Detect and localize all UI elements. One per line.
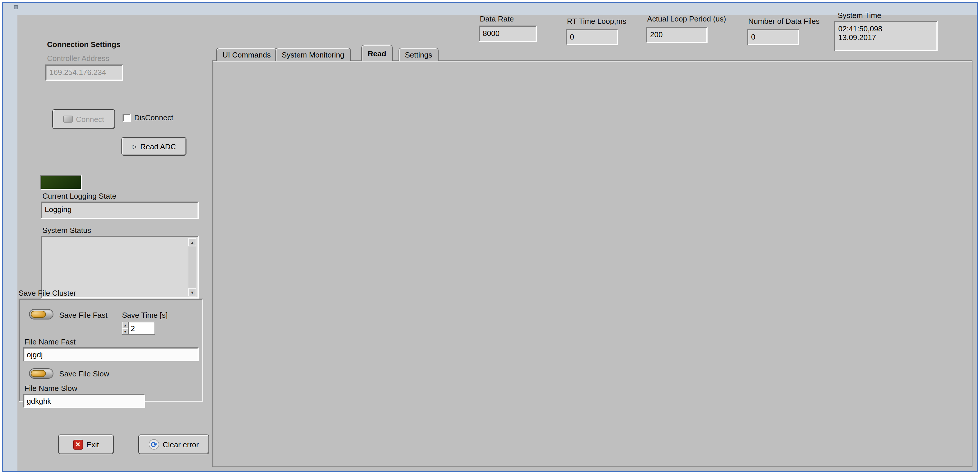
exit-icon: ✕ (73, 439, 83, 449)
save-time-input[interactable] (128, 322, 155, 335)
amber-knob (31, 311, 46, 318)
read-adc-button[interactable]: ▷ Read ADC (121, 137, 186, 156)
labview-front-panel: Connection Settings Controller Address 1… (0, 0, 980, 474)
system-time-field: 02:41:50,098 13.09.2017 (834, 21, 938, 51)
controller-address-label: Controller Address (47, 55, 109, 63)
tab-settings[interactable]: Settings (399, 48, 439, 61)
data-rate-label: Data Rate (480, 15, 514, 24)
exit-button-label: Exit (86, 440, 99, 449)
connect-icon (63, 116, 73, 122)
clear-error-button-label: Clear error (163, 440, 199, 449)
scroll-up-icon[interactable]: ▲ (188, 238, 196, 246)
save-file-cluster: Save File Fast Save Time [s] ▲▼ File Nam… (19, 299, 203, 402)
rt-time-loop-field: 0 (566, 29, 618, 45)
save-time-label: Save Time [s] (122, 311, 168, 320)
tab-ui-commands[interactable]: UI Commands (216, 48, 277, 61)
disconnect-checkbox[interactable] (123, 114, 131, 122)
actual-loop-period-value: 200 (650, 30, 663, 39)
save-file-slow-label: Save File Slow (59, 370, 109, 379)
scroll-down-icon[interactable]: ▼ (188, 288, 196, 296)
save-time-spinner[interactable]: ▲▼ (122, 322, 128, 335)
clear-error-button[interactable]: ⟳ Clear error (138, 434, 209, 454)
file-name-slow-input[interactable] (23, 394, 145, 408)
save-file-slow-toggle[interactable] (29, 368, 53, 379)
data-rate-field: 8000 (479, 25, 537, 42)
file-name-slow-label: File Name Slow (24, 385, 77, 393)
rt-time-loop-value: 0 (570, 33, 574, 41)
controller-address-field: 169.254.176.234 (45, 64, 123, 81)
disconnect-label: DisConnect (134, 114, 173, 122)
tab-read[interactable]: Read (361, 45, 393, 61)
file-name-fast-input[interactable] (23, 347, 199, 361)
save-file-cluster-title: Save File Cluster (19, 289, 76, 298)
connect-button-label: Connect (76, 115, 104, 123)
exit-button[interactable]: ✕ Exit (58, 434, 114, 454)
connection-status-led (40, 175, 82, 190)
spin-down-icon[interactable]: ▼ (122, 328, 128, 335)
play-icon: ▷ (132, 143, 137, 150)
number-of-data-files-field: 0 (747, 29, 799, 45)
save-file-fast-label: Save File Fast (59, 311, 107, 320)
read-adc-button-label: Read ADC (140, 142, 176, 151)
panel-origin-marker (14, 5, 18, 9)
system-status-label: System Status (42, 227, 91, 235)
system-date-value: 13.09.2017 (838, 33, 934, 42)
logging-state-label: Current Logging State (42, 192, 116, 201)
actual-loop-period-field: 200 (646, 27, 708, 43)
connection-settings-title: Connection Settings (47, 41, 121, 49)
number-of-data-files-value: 0 (751, 33, 755, 41)
number-of-data-files-label: Number of Data Files (748, 17, 820, 26)
system-status-scrollbar[interactable]: ▲ ▼ (188, 238, 196, 296)
save-file-fast-toggle[interactable] (29, 309, 53, 320)
spin-up-icon[interactable]: ▲ (122, 322, 128, 328)
rt-time-loop-label: RT Time Loop,ms (567, 17, 626, 26)
logging-state-field: Logging (41, 202, 199, 219)
tab-system-monitoring[interactable]: System Monitoring (275, 48, 351, 61)
logging-state-value: Logging (45, 205, 72, 214)
file-name-fast-label: File Name Fast (24, 338, 76, 347)
controller-address-value: 169.254.176.234 (49, 68, 106, 77)
system-time-value: 02:41:50,098 (838, 24, 934, 33)
actual-loop-period-label: Actual Loop Period (us) (647, 15, 726, 24)
tab-page-read (212, 60, 972, 467)
save-time-control[interactable]: ▲▼ (122, 322, 155, 335)
connect-button[interactable]: Connect (52, 109, 115, 129)
amber-knob (31, 370, 46, 377)
system-time-label: System Time (838, 12, 881, 20)
data-rate-value: 8000 (483, 29, 500, 38)
refresh-icon: ⟳ (149, 439, 159, 450)
